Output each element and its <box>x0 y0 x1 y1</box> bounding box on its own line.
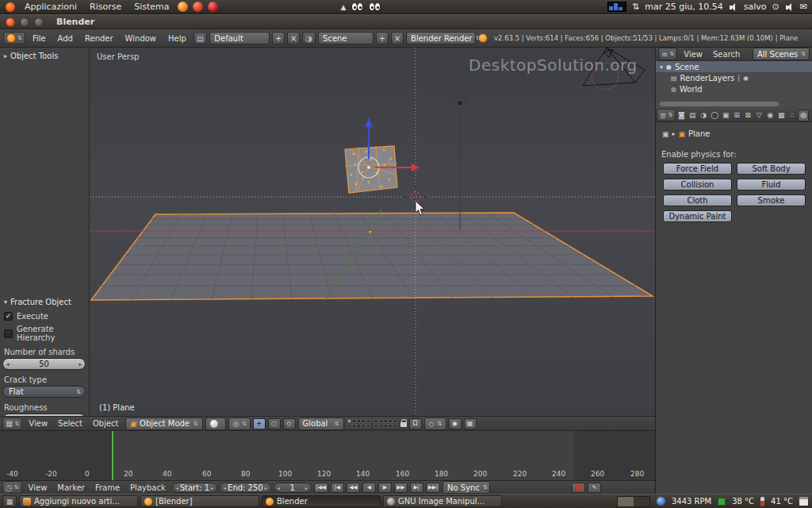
mail-icon[interactable]: ✉ <box>800 2 807 12</box>
lamp-object[interactable] <box>454 98 466 231</box>
soft-body-button[interactable]: Soft Body <box>737 163 806 175</box>
show-desktop-button[interactable]: ▦ <box>2 495 17 507</box>
increment-arrow-icon[interactable]: ▸ <box>305 483 308 492</box>
layers-widget[interactable] <box>374 419 397 428</box>
user-session-menu[interactable]: salvo <box>744 2 767 12</box>
scene-browse-button[interactable]: ◑ <box>302 32 316 44</box>
places-menu[interactable]: Risorse <box>84 0 127 14</box>
particles-tab-icon[interactable]: ∴ <box>787 110 798 121</box>
decrement-arrow-icon[interactable]: ◂ <box>176 483 178 492</box>
decrement-arrow-icon[interactable]: ◂ <box>278 483 280 492</box>
menu-playback[interactable]: Playback <box>126 483 170 492</box>
browser-launcher-icon[interactable] <box>193 2 203 12</box>
record-button[interactable] <box>572 483 585 493</box>
window-minimize-button[interactable] <box>20 17 29 27</box>
modifiers-tab-icon[interactable]: ⊠ <box>742 110 753 121</box>
current-frame-indicator[interactable] <box>112 431 113 480</box>
cloth-button[interactable]: Cloth <box>663 194 732 206</box>
snap-element-dropdown[interactable]: ◇ ⇅ <box>424 418 446 430</box>
outliner-item-renderlayers[interactable]: ▤ RenderLayers | ◉ <box>667 72 812 83</box>
current-frame-field[interactable]: ◂ 1 ▸ <box>274 483 312 493</box>
keying-set-button[interactable]: ✎ <box>588 483 601 493</box>
object-data-tab-icon[interactable]: ▽ <box>753 110 764 121</box>
network-updown-icon[interactable]: ⇅ <box>632 2 639 12</box>
next-keyframe-button[interactable]: ▶| <box>410 483 423 493</box>
frame-forward-button[interactable]: ▶▶ <box>394 483 408 493</box>
collision-button[interactable]: Collision <box>663 179 732 190</box>
translate-manipulator-button[interactable]: + <box>253 418 266 429</box>
editor-type-button[interactable]: ≣ ⇅ <box>657 109 676 121</box>
menu-object[interactable]: Object <box>89 419 123 428</box>
sync-dropdown[interactable]: No Sync ⇅ <box>442 481 490 494</box>
camera-toggle-icon[interactable]: ◉ <box>743 75 749 82</box>
clock-applet[interactable]: mar 25 giu, 10.54 <box>645 2 722 12</box>
frame-back-button[interactable]: ◀ <box>362 483 376 493</box>
eject-applet-icon[interactable]: ▲ <box>340 3 346 11</box>
menu-search[interactable]: Search <box>709 50 744 59</box>
editor-type-button[interactable]: ▦ ⇅ <box>2 418 22 430</box>
add-screen-button[interactable]: + <box>272 32 285 44</box>
system-menu[interactable]: Sistema <box>128 0 174 14</box>
world-tab-icon[interactable]: ◯ <box>709 110 720 121</box>
snap-magnet-button[interactable]: Ω <box>409 418 422 429</box>
calendar-icon[interactable] <box>799 497 808 506</box>
fracture-panel-header[interactable]: ▾ Fracture Object <box>2 296 86 308</box>
opengl-animation-button[interactable]: ▦ <box>464 418 477 429</box>
increment-arrow-icon[interactable]: ▸ <box>79 359 82 369</box>
menu-help[interactable]: Help <box>163 34 191 43</box>
render-engine-dropdown[interactable]: Blender Render ⇅ <box>406 32 476 44</box>
transform-orientation-dropdown[interactable]: Global ⇅ <box>298 418 344 430</box>
power-icon[interactable]: ⊙ <box>772 2 779 12</box>
render-layers-tab-icon[interactable]: ▤ <box>687 110 698 121</box>
menu-select[interactable]: Select <box>54 419 86 428</box>
app-launcher-icon[interactable] <box>208 2 218 12</box>
opengl-render-button[interactable]: ◉ <box>449 418 462 429</box>
window-titlebar[interactable]: Blender <box>0 14 812 29</box>
menu-marker[interactable]: Marker <box>53 483 89 492</box>
editor-type-button[interactable]: ◷ ⇅ <box>2 481 22 494</box>
taskbar-window-button[interactable]: Aggiungi nuovo arti... <box>19 495 138 507</box>
firefox-launcher-icon[interactable] <box>178 2 188 12</box>
play-button[interactable]: ▶ <box>378 483 392 493</box>
generate-hierarchy-checkbox[interactable] <box>4 329 13 338</box>
menu-view[interactable]: View <box>25 419 52 428</box>
workspace-switcher[interactable] <box>617 496 650 507</box>
screen-layout-dropdown[interactable]: Default <box>209 32 270 44</box>
rotate-manipulator-button[interactable]: ○ <box>268 418 281 429</box>
object-tools-panel-header[interactable]: ▸ Object Tools <box>2 50 87 62</box>
material-tab-icon[interactable]: ◉ <box>764 110 776 121</box>
3d-viewport[interactable]: User Persp DesktopSolution.org (1) Plane <box>90 48 655 416</box>
menu-add[interactable]: Add <box>53 34 78 43</box>
decrement-arrow-icon[interactable]: ◂ <box>224 483 226 492</box>
shards-number-field[interactable]: ◂ 50 ▸ <box>2 358 86 370</box>
force-field-button[interactable]: Force Field <box>663 163 732 175</box>
execute-checkbox[interactable]: ✓ <box>4 312 13 321</box>
taskbar-window-button-active[interactable]: Blender <box>262 495 381 507</box>
pivot-dropdown[interactable]: ◎ ⇅ <box>228 418 251 430</box>
render-tab-icon[interactable]: ◙ <box>676 110 687 121</box>
editor-type-button[interactable]: ≡ ⇅ <box>658 48 677 60</box>
fractured-cube-object[interactable] <box>345 117 419 193</box>
play-reverse-button[interactable]: ◀◀ <box>347 483 360 493</box>
menu-frame[interactable]: Frame <box>91 483 124 492</box>
scene-dropdown[interactable]: Scene <box>318 32 373 44</box>
taskbar-window-button[interactable]: [Blender] <box>140 495 259 507</box>
editor-type-button[interactable]: ⇅ <box>3 32 25 44</box>
taskbar-window-button[interactable]: GNU Image Manipul... <box>383 495 502 507</box>
physics-tab-icon[interactable]: ◎ <box>798 110 809 121</box>
end-frame-field[interactable]: ◂ End: 250 ▸ <box>220 483 271 493</box>
outliner-scrollbar[interactable] <box>660 102 779 106</box>
lock-icon[interactable] <box>400 422 407 427</box>
screen-layout-browse-button[interactable]: ▤ <box>193 32 207 44</box>
constraints-tab-icon[interactable]: ⊞ <box>731 110 742 121</box>
layers-widget[interactable] <box>347 419 370 428</box>
texture-tab-icon[interactable]: ▩ <box>776 110 787 121</box>
ubuntu-logo-icon[interactable] <box>6 2 15 12</box>
menu-file[interactable]: File <box>28 34 51 43</box>
mode-dropdown[interactable]: ▣ Object Mode ⇅ <box>125 418 203 430</box>
delete-scene-button[interactable]: × <box>391 32 404 44</box>
menu-view[interactable]: View <box>680 50 707 59</box>
speaker-icon[interactable] <box>785 2 795 12</box>
window-maximize-button[interactable] <box>34 17 44 27</box>
menu-window[interactable]: Window <box>121 34 161 43</box>
